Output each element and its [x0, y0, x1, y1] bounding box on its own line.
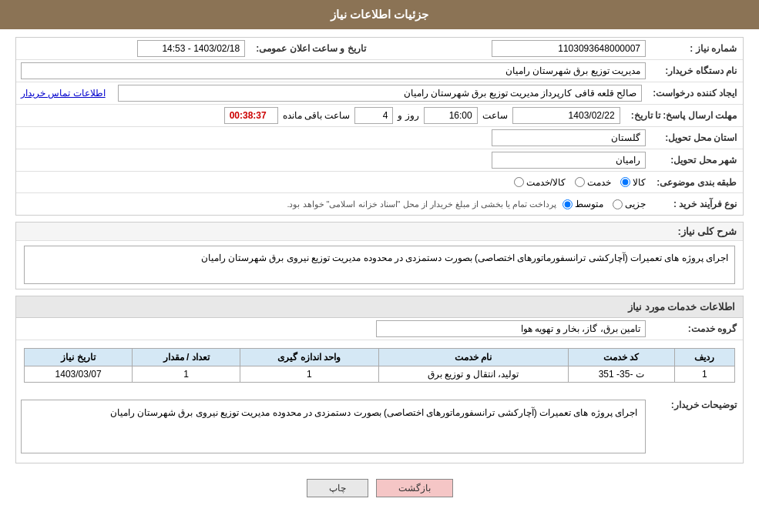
- service-table: ردیف کد خدمت نام خدمت واحد اندازه گیری ت…: [24, 348, 735, 383]
- announcement-date-label: تاریخ و ساعت اعلان عمومی:: [250, 40, 371, 57]
- col-code: کد خدمت: [568, 349, 674, 366]
- purchase-type-label: نوع فرآیند خرید :: [650, 196, 743, 212]
- need-number-input: [492, 40, 646, 57]
- response-remaining-timer: 00:38:37: [224, 107, 278, 124]
- delivery-province-input: [492, 129, 646, 146]
- col-name: نام خدمت: [378, 349, 568, 366]
- purchase-type-radio-group: جزیی متوسط: [563, 199, 646, 209]
- delivery-province-label: استان محل تحویل:: [650, 129, 743, 146]
- category-radio-kala-khedmat[interactable]: کالا/خدمت: [514, 177, 566, 188]
- buyer-desc-text: اجرای پروژه های تعمیرات (آچارکشی ترانسفو…: [21, 400, 646, 453]
- category-khedmat-label: خدمت: [587, 177, 611, 188]
- response-date-label: مهلت ارسال پاسخ: تا تاریخ:: [625, 107, 743, 124]
- table-row: 1 ت -35- 351 تولید، انتقال و توزیع برق 1…: [25, 366, 735, 383]
- purchase-type-jozii[interactable]: جزیی: [613, 199, 646, 209]
- purchase-type-note: پرداخت تمام یا بخشی از مبلغ خریدار از مح…: [287, 199, 556, 209]
- response-time-label: ساعت: [482, 110, 508, 121]
- category-label: طبقه بندی موضوعی:: [650, 174, 743, 191]
- buyer-contact-link[interactable]: اطلاعات تماس خریدار: [21, 88, 106, 99]
- print-button[interactable]: چاپ: [307, 479, 368, 497]
- action-buttons: بازگشت چاپ: [15, 470, 744, 507]
- cell-row: 1: [674, 366, 734, 383]
- category-radio-kala[interactable]: کالا: [620, 177, 646, 188]
- col-qty: تعداد / مقدار: [133, 349, 240, 366]
- creator-input: [118, 85, 643, 102]
- buyer-org-label: نام دستگاه خریدار:: [650, 62, 743, 79]
- response-days-label: روز و: [398, 110, 418, 121]
- cell-name: تولید، انتقال و توزیع برق: [378, 366, 568, 383]
- need-description-text: اجرای پروژه های تعمیرات (آچارکشی ترانسفو…: [24, 246, 735, 284]
- col-row: ردیف: [674, 349, 734, 366]
- purchase-type-jozii-label: جزیی: [625, 199, 646, 209]
- col-date: تاریخ نیاز: [25, 349, 133, 366]
- announcement-date-input: [137, 40, 245, 57]
- need-number-label: شماره نیاز :: [650, 40, 743, 57]
- response-date-input: [512, 107, 620, 124]
- cell-unit: 1: [240, 366, 378, 383]
- buyer-org-input: [21, 62, 646, 79]
- purchase-type-motavset-label: متوسط: [575, 199, 603, 209]
- delivery-city-label: شهر محل تحویل:: [650, 152, 743, 169]
- cell-qty: 1: [133, 366, 240, 383]
- response-remaining-label: ساعت باقی مانده: [283, 110, 351, 121]
- category-radio-group: کالا خدمت کالا/خدمت: [514, 177, 646, 188]
- response-days-input: [354, 107, 393, 124]
- buyer-desc-label: توضیحات خریدار:: [650, 395, 743, 413]
- cell-code: ت -35- 351: [568, 366, 674, 383]
- service-group-input: [376, 320, 646, 337]
- back-button[interactable]: بازگشت: [376, 479, 453, 497]
- category-kala-khedmat-label: کالا/خدمت: [526, 177, 566, 188]
- services-section-title: اطلاعات خدمات مورد نیاز: [16, 296, 743, 318]
- need-description-section-label: شرح کلی نیاز:: [650, 223, 743, 240]
- response-time-input: [424, 107, 478, 124]
- creator-label: ایجاد کننده درخواست:: [646, 85, 743, 102]
- page-title: جزئیات اطلاعات نیاز: [0, 0, 759, 29]
- cell-date: 1403/03/07: [25, 366, 133, 383]
- category-radio-khedmat[interactable]: خدمت: [575, 177, 611, 188]
- category-kala-label: کالا: [633, 177, 646, 188]
- purchase-type-motavset[interactable]: متوسط: [563, 199, 603, 209]
- col-unit: واحد اندازه گیری: [240, 349, 378, 366]
- service-group-label: گروه خدمت:: [650, 320, 743, 337]
- delivery-city-input: [492, 152, 646, 169]
